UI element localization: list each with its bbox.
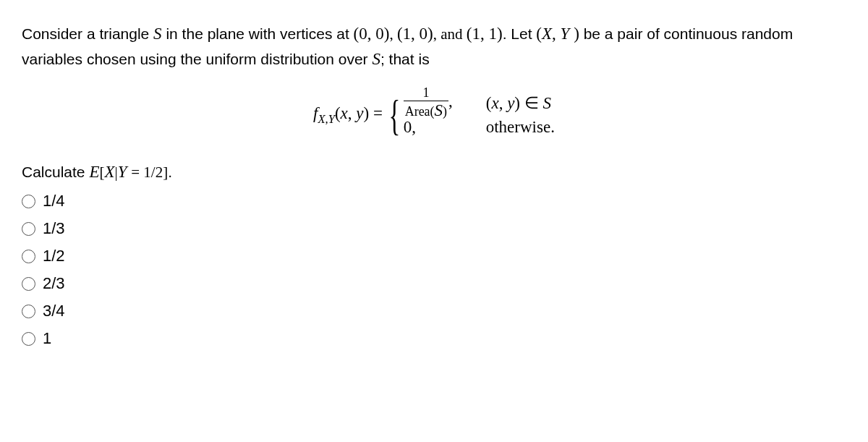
vertex-3: (1, 1) bbox=[467, 25, 503, 43]
radio-icon[interactable] bbox=[22, 222, 35, 236]
radio-icon[interactable] bbox=[22, 277, 35, 291]
radio-icon[interactable] bbox=[22, 195, 35, 208]
option-label: 1/2 bbox=[43, 247, 65, 265]
fraction-num: 1 bbox=[421, 87, 430, 101]
option-label: 1/4 bbox=[43, 192, 65, 211]
vertex-2: (1, 0) bbox=[397, 25, 433, 43]
problem-text-part: Consider a triangle bbox=[22, 25, 153, 42]
problem-text-part: . Let bbox=[503, 25, 537, 42]
problem-text-part: ; that is bbox=[380, 51, 430, 67]
radio-icon[interactable] bbox=[22, 305, 35, 318]
option-label: 2/3 bbox=[43, 274, 65, 293]
symbol-S: S bbox=[153, 25, 162, 43]
option-label: 1 bbox=[43, 329, 51, 348]
option-5[interactable]: 3/4 bbox=[22, 302, 846, 320]
option-1[interactable]: 1/4 bbox=[22, 192, 846, 211]
option-3[interactable]: 1/2 bbox=[22, 247, 846, 265]
problem-text-part: in the plane with vertices at bbox=[162, 25, 354, 42]
radio-icon[interactable] bbox=[22, 250, 35, 263]
formula-display: fX,Y(x, y) = { 1 Area(S) , (x, y) ∈ S 0,… bbox=[22, 92, 846, 138]
option-6[interactable]: 1 bbox=[22, 329, 846, 348]
left-brace: { bbox=[388, 95, 400, 135]
problem-statement: Consider a triangle S in the plane with … bbox=[22, 22, 846, 72]
option-2[interactable]: 1/3 bbox=[22, 219, 846, 238]
vertex-1: (0, 0) bbox=[354, 25, 390, 43]
pdf-sub: X,Y bbox=[318, 112, 334, 126]
radio-icon[interactable] bbox=[22, 332, 35, 346]
question-prompt: Calculate E[X|Y = 1/2]. bbox=[22, 163, 846, 182]
case-condition-2: otherwise. bbox=[486, 118, 555, 137]
case-zero: 0, bbox=[404, 118, 469, 137]
option-label: 3/4 bbox=[43, 302, 65, 320]
symbol-S: S bbox=[372, 50, 380, 68]
option-label: 1/3 bbox=[43, 219, 65, 238]
option-4[interactable]: 2/3 bbox=[22, 274, 846, 293]
case-condition-1: (x, y) ∈ S bbox=[486, 93, 551, 113]
answer-options: 1/4 1/3 1/2 2/3 3/4 1 bbox=[22, 192, 846, 348]
fraction: 1 Area(S) bbox=[404, 87, 448, 119]
